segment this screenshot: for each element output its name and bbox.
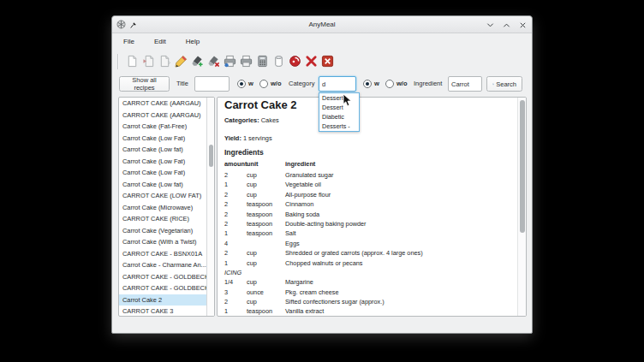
show-all-recipes-button[interactable]: Show all recipes — [119, 76, 170, 92]
content-scrollbar-thumb[interactable] — [520, 100, 525, 233]
import-document-button[interactable] — [140, 52, 157, 71]
ingredient-cell-amount: 1 — [224, 258, 247, 268]
list-item[interactable]: Carrot Cake (Fat-Free) — [119, 121, 206, 133]
category-filter-label: Category — [289, 76, 314, 92]
ingredients-table-body: 2cupGranulated sugar1cupVegetable oil2cu… — [224, 170, 512, 317]
export-document-button[interactable] — [157, 52, 173, 71]
dropdown-item[interactable]: Dessert — [319, 103, 359, 112]
list-item[interactable]: Carrot Cake (Low Fat) — [119, 167, 206, 179]
yield-label: Yield: — [224, 134, 242, 142]
ingredient-row: 1cupVegetable oil — [224, 180, 512, 189]
red-cross-icon — [305, 55, 318, 68]
title-filter-input[interactable] — [194, 76, 230, 92]
list-item[interactable]: CARROT CAKE - GOLDBECK — [119, 282, 206, 294]
ingredients-heading: Ingredients — [224, 148, 264, 157]
search-icon — [492, 80, 494, 88]
ingredient-cell-ingredient: Shredded or grated carrots (approx. 4 la… — [285, 248, 512, 258]
ingredient-cell-unit: cup — [247, 297, 285, 306]
title-without-label: w/o — [271, 76, 282, 92]
abort-button[interactable] — [287, 52, 303, 71]
new-document-button[interactable] — [124, 52, 140, 71]
printer-color-icon — [224, 55, 236, 68]
menu-file[interactable]: File — [121, 36, 137, 47]
list-item[interactable]: CARROT CAKE - BSNX01A — [119, 248, 206, 260]
title-with-radio[interactable] — [237, 80, 246, 88]
ingredient-cell-amount: 2 — [224, 190, 247, 199]
edit-recipe-button[interactable] — [173, 52, 189, 71]
ingredient-cell-unit: cup — [247, 190, 285, 199]
ingredient-cell-amount: 1 — [224, 180, 247, 189]
ingredient-cell-ingredient: Pkg. cream cheese — [285, 288, 512, 297]
category-without-radio[interactable] — [385, 80, 394, 88]
minimize-icon[interactable] — [486, 21, 494, 29]
title-without-radio[interactable] — [259, 80, 268, 88]
list-item[interactable]: CARROT CAKE - GOLDBECK — [119, 271, 206, 283]
search-button[interactable]: Search — [486, 76, 522, 92]
list-item[interactable]: Carrot Cake (Low fat) — [119, 144, 206, 156]
ingredient-cell-unit: teaspoon — [247, 306, 285, 316]
trash-button[interactable] — [271, 52, 287, 71]
list-item[interactable]: Carrot Cake (With a Twist) — [119, 236, 206, 248]
calculator-button[interactable] — [254, 52, 271, 71]
abort-red-circle-icon — [289, 55, 301, 68]
list-item[interactable]: CARROT CAKE (RICE) — [119, 213, 206, 225]
ingredient-cell-ingredient: Cinnamon — [285, 199, 512, 209]
list-item[interactable]: Carrot Cake (Low fat) — [119, 179, 206, 191]
maximize-icon[interactable] — [502, 21, 510, 29]
ingredient-row: 3ouncePkg. cream cheese — [224, 288, 512, 297]
ingredient-cell-unit: ounce — [247, 288, 285, 297]
export-document-icon — [158, 55, 171, 68]
list-item[interactable]: CARROT CAKE (AARGAU) — [119, 98, 206, 110]
list-item[interactable]: Carrot Cake (Microwave) — [119, 202, 206, 214]
recipe-list-scrollbar-thumb[interactable] — [209, 145, 213, 167]
add-recipe-button[interactable] — [189, 52, 206, 71]
category-filter-input[interactable] — [319, 76, 356, 92]
close-icon[interactable] — [518, 21, 527, 29]
dropdown-item[interactable]: Desserts — [319, 93, 359, 103]
menu-help[interactable]: Help — [183, 36, 202, 47]
pin-icon[interactable] — [129, 17, 137, 33]
print-button[interactable] — [222, 52, 238, 71]
ingredient-cell-ingredient: Baking soda — [285, 210, 512, 219]
dropdown-item[interactable]: Diabetic — [319, 112, 359, 122]
dropdown-item[interactable]: Desserts - — [319, 122, 359, 131]
quit-button[interactable] — [319, 52, 336, 71]
delete-button[interactable] — [303, 52, 319, 71]
content-scrollbar[interactable] — [517, 98, 526, 316]
ingredient-cell-ingredient: Vanilla extract — [285, 306, 512, 316]
category-with-radio[interactable] — [363, 80, 372, 88]
ingredient-cell-amount: 2 — [224, 199, 247, 209]
list-item[interactable]: CARROT CAKE (AARGAU) — [119, 110, 206, 122]
list-item[interactable]: Carrot Cake (Low Fat) — [119, 133, 206, 145]
ingredient-row: 2cupGranulated sugar — [224, 170, 512, 180]
ingredient-cell-amount: 3 — [224, 288, 247, 297]
list-item[interactable]: Carrot Cake 2 — [119, 294, 206, 306]
anymeal-window: AnyMeal — [111, 15, 533, 334]
ingredient-row: 2teaspoonCinnamon — [224, 199, 512, 209]
ingredient-filter-input[interactable] — [448, 76, 482, 92]
ingredient-cell-unit: cup — [247, 170, 285, 180]
list-item[interactable]: Carrot Cake (Low Fat) — [119, 156, 206, 168]
ingredient-row: 1teaspoonSalt — [224, 228, 512, 238]
recipe-list-scrollbar[interactable] — [206, 98, 214, 316]
list-item[interactable]: Carrot Cake - Charmane An... — [119, 259, 206, 271]
menu-edit[interactable]: Edit — [152, 36, 169, 47]
ingredient-cell-unit: cup — [247, 248, 285, 258]
list-item[interactable]: CARROT CAKE 3 — [119, 306, 206, 317]
ingredient-cell-ingredient: All-purpose flour — [285, 190, 512, 199]
ingredient-cell-amount: 1 — [224, 228, 247, 238]
ingredient-row: 4Eggs — [224, 239, 512, 248]
ingredient-cell-unit: teaspoon — [247, 210, 285, 219]
remove-recipe-button[interactable] — [206, 52, 222, 71]
printer-plain-icon — [240, 55, 253, 68]
ingredient-row: 2teaspoonDouble-acting baking powder — [224, 219, 512, 228]
titlebar[interactable]: AnyMeal — [112, 16, 532, 33]
list-item[interactable]: Carrot Cake (Vegetarian) — [119, 225, 206, 237]
eraser-remove-icon — [207, 55, 220, 68]
trash-jar-icon — [272, 55, 285, 68]
print-preview-button[interactable] — [238, 52, 254, 71]
ingredient-cell-amount: 1 — [224, 306, 247, 316]
ingredients-table-header: amount unit ingredient — [224, 159, 512, 170]
ingredient-cell-amount: 2 — [224, 297, 247, 306]
list-item[interactable]: CARROT CAKE (LOW FAT) — [119, 190, 206, 202]
